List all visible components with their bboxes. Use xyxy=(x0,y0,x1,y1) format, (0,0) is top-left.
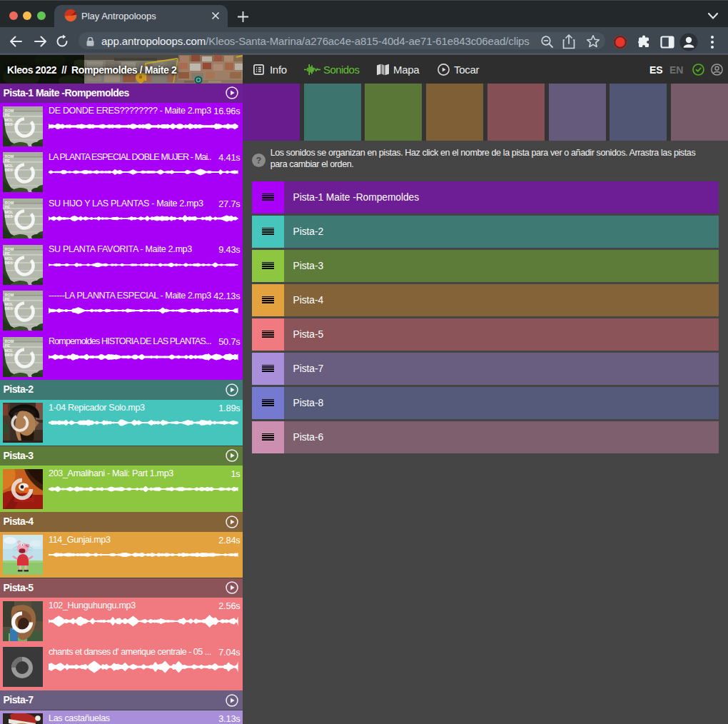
svg-text:PE: PE xyxy=(5,205,11,209)
svg-text:MOL: MOL xyxy=(5,302,14,306)
svg-text:DES: DES xyxy=(5,214,14,218)
svg-text:MOL: MOL xyxy=(5,164,14,168)
svg-text:PE: PE xyxy=(5,297,11,301)
svg-text:?: ? xyxy=(256,156,261,166)
svg-text:PE: PE xyxy=(5,159,11,163)
svg-text:MOL: MOL xyxy=(5,209,14,213)
svg-text:PE: PE xyxy=(5,113,11,117)
svg-text:DES: DES xyxy=(5,306,14,311)
svg-text:ROM: ROM xyxy=(5,338,14,343)
svg-text:MOL: MOL xyxy=(5,348,14,352)
svg-text:ROM: ROM xyxy=(5,108,14,112)
svg-text:DES: DES xyxy=(5,353,14,357)
svg-text:DES: DES xyxy=(5,122,14,126)
svg-text:MOL: MOL xyxy=(5,117,14,121)
svg-text:ROM: ROM xyxy=(5,200,14,204)
svg-text:DES: DES xyxy=(5,261,14,265)
svg-text:ROM: ROM xyxy=(5,293,14,297)
svg-text:PE: PE xyxy=(5,251,11,256)
svg-text:PE: PE xyxy=(5,343,11,348)
svg-text:MOL: MOL xyxy=(5,256,14,260)
svg-text:ROM: ROM xyxy=(5,246,14,251)
svg-text:DES: DES xyxy=(5,168,14,172)
svg-text:ROM: ROM xyxy=(5,154,14,159)
